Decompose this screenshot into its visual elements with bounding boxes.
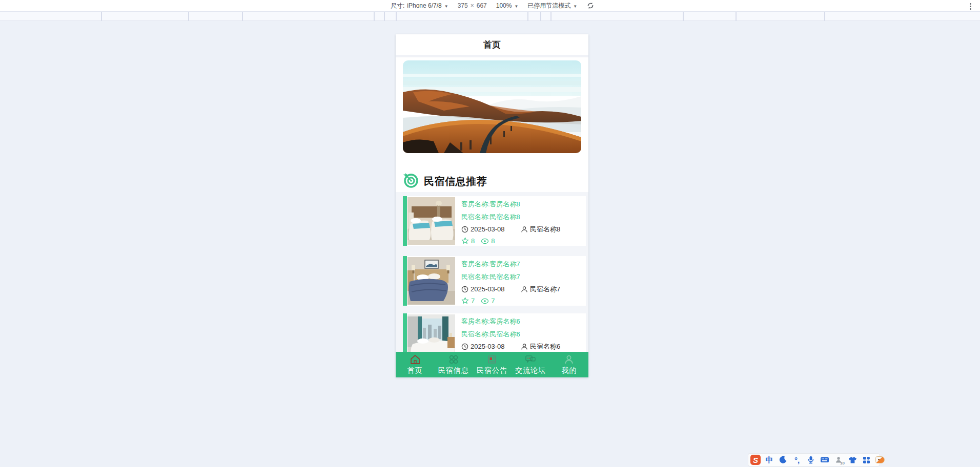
star-icon[interactable]: [461, 297, 469, 305]
skin-icon[interactable]: [847, 455, 858, 465]
tab-home[interactable]: 首页: [396, 352, 434, 377]
tab-mine[interactable]: 我的: [550, 352, 588, 377]
ime-toolbar: S 中 °, 10: [748, 453, 880, 466]
listing-date: 2025-03-08: [471, 343, 505, 350]
bottom-tabbar: 首页 民宿信息 民宿公告 交流论坛 我的: [396, 352, 588, 377]
rotate-device-icon[interactable]: [586, 2, 595, 10]
room-title[interactable]: 客房名称:客房名称7: [461, 260, 520, 269]
tab-homestay-notice[interactable]: 民宿公告: [473, 352, 511, 377]
chat-icon: [524, 354, 537, 365]
person-icon: [521, 343, 528, 350]
chevron-down-icon: ▼: [573, 4, 577, 9]
chevron-down-icon: ▼: [444, 4, 448, 9]
listing-author: 民宿名称8: [530, 225, 560, 234]
listing-card[interactable]: 客房名称:客房名称7 民宿名称:民宿名称7 2025-03-08 民宿名称7: [403, 256, 586, 306]
target-icon: [403, 173, 418, 190]
clock-icon: [461, 343, 468, 350]
listing-date: 2025-03-08: [471, 285, 505, 293]
device-select[interactable]: 尺寸: iPhone 6/7/8 ▼: [391, 2, 448, 10]
eye-icon: [481, 238, 489, 244]
person-icon: [521, 286, 528, 293]
microphone-icon[interactable]: [806, 455, 816, 465]
tab-label: 民宿信息: [438, 366, 469, 375]
homestay-title[interactable]: 民宿名称:民宿名称7: [461, 272, 520, 282]
times-sign: ×: [471, 2, 474, 9]
room-title[interactable]: 客房名称:客房名称8: [461, 200, 520, 209]
zoom-select[interactable]: 100% ▼: [496, 2, 519, 9]
viewport-height-field[interactable]: 667: [477, 2, 487, 9]
star-count: 7: [471, 297, 475, 305]
clock-icon: [461, 226, 468, 233]
banner-carousel[interactable]: [403, 60, 581, 153]
tab-homestay-info[interactable]: 民宿信息: [434, 352, 473, 377]
news-icon: [486, 354, 498, 365]
punctuation-icon[interactable]: °,: [792, 455, 802, 465]
listing-author: 民宿名称6: [530, 342, 560, 351]
section-header: 民宿信息推荐: [403, 174, 487, 189]
chinese-mode-icon[interactable]: 中: [764, 455, 774, 465]
size-label: 尺寸:: [391, 2, 404, 10]
toolbox-icon[interactable]: [861, 455, 871, 465]
listing-list: 客房名称:客房名称8 民宿名称:民宿名称8 2025-03-08 民宿名称8: [396, 192, 588, 377]
listing-date: 2025-03-08: [471, 225, 505, 233]
clock-icon: [461, 286, 468, 293]
ruler-strip: [0, 11, 980, 20]
device-toolbar: 尺寸: iPhone 6/7/8 ▼ 375 × 667 100% ▼ 已停用节…: [0, 0, 980, 11]
tab-label: 交流论坛: [515, 366, 546, 375]
viewport-width-field[interactable]: 375: [458, 2, 468, 9]
person-icon: [521, 226, 528, 233]
emoji-icon[interactable]: [875, 455, 885, 465]
user-icon: [563, 354, 575, 365]
header-divider: [396, 55, 588, 57]
page-title: 首页: [396, 34, 588, 55]
homestay-title[interactable]: 民宿名称:民宿名称6: [461, 330, 520, 339]
star-count: 8: [471, 237, 475, 245]
chevron-down-icon: ▼: [514, 4, 518, 9]
view-count: 8: [491, 237, 495, 245]
card-accent-bar: [403, 256, 407, 306]
throttling-value: 已停用节流模式: [527, 2, 570, 10]
user-count-icon[interactable]: 10: [833, 455, 844, 465]
room-title[interactable]: 客房名称:客房名称6: [461, 317, 520, 326]
devtools-menu-icon[interactable]: [967, 2, 974, 10]
grid-icon: [448, 354, 459, 365]
listing-thumbnail: [407, 257, 455, 305]
star-icon[interactable]: [461, 237, 469, 245]
sogou-logo-icon[interactable]: S: [750, 455, 761, 465]
throttling-select[interactable]: 已停用节流模式 ▼: [527, 2, 577, 10]
eye-icon: [481, 298, 489, 304]
device-name: iPhone 6/7/8: [407, 2, 441, 9]
section-title: 民宿信息推荐: [424, 175, 487, 188]
home-icon: [410, 354, 421, 365]
tab-forum[interactable]: 交流论坛: [512, 352, 550, 377]
tab-label: 民宿公告: [477, 366, 507, 375]
phone-viewport: 首页: [396, 34, 588, 377]
card-accent-bar: [403, 196, 407, 246]
tab-label: 首页: [407, 366, 423, 375]
moon-icon[interactable]: [778, 455, 788, 465]
listing-card[interactable]: 客房名称:客房名称8 民宿名称:民宿名称8 2025-03-08 民宿名称8: [403, 196, 586, 246]
tab-label: 我的: [561, 366, 577, 375]
keyboard-icon[interactable]: [820, 455, 830, 465]
listing-thumbnail: [407, 197, 455, 245]
banner-image: [403, 60, 581, 153]
view-count: 7: [491, 297, 495, 305]
listing-author: 民宿名称7: [530, 285, 560, 294]
homestay-title[interactable]: 民宿名称:民宿名称8: [461, 213, 520, 222]
zoom-value: 100%: [496, 2, 512, 9]
